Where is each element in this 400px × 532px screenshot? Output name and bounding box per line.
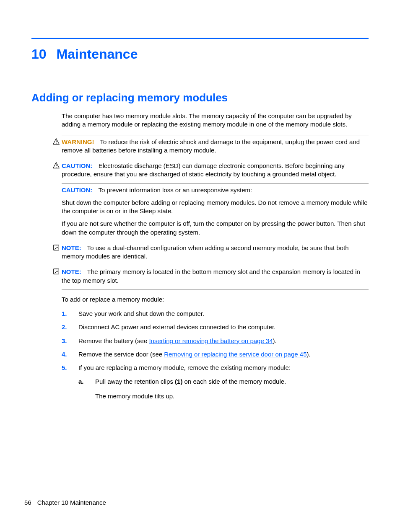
chapter-name: Maintenance	[57, 46, 138, 62]
caution-text-2: To prevent information loss or an unresp…	[98, 186, 252, 194]
body: The computer has two memory module slots…	[62, 112, 369, 401]
footer-text: Chapter 10 Maintenance	[37, 499, 106, 506]
warning-icon	[52, 138, 60, 145]
warning-text: To reduce the risk of electric shock and…	[62, 138, 360, 154]
note-icon	[52, 244, 60, 251]
note-label-2: NOTE:	[62, 268, 81, 275]
link-service-door[interactable]: Removing or replacing the service door o…	[164, 351, 306, 358]
step-3: Remove the battery (see Inserting or rem…	[62, 337, 369, 345]
warning-label: WARNING!	[62, 138, 94, 145]
substeps-list: a. Pull away the retention clips (1) on …	[78, 377, 369, 401]
svg-rect-4	[54, 245, 59, 250]
intro-paragraph: The computer has two memory module slots…	[62, 112, 369, 129]
caution-text-2b: Shut down the computer before adding or …	[62, 199, 369, 216]
page-footer: 56Chapter 10 Maintenance	[24, 499, 106, 506]
svg-point-3	[56, 167, 57, 168]
caution-text: Electrostatic discharge (ESD) can damage…	[62, 162, 345, 178]
note-callout-1: NOTE: To use a dual-channel configuratio…	[62, 241, 369, 266]
note-callout-2: NOTE: The primary memory is located in t…	[62, 265, 369, 289]
caution-label-2: CAUTION:	[62, 186, 92, 194]
page-number: 56	[24, 499, 31, 506]
svg-rect-5	[54, 269, 59, 274]
step-5: If you are replacing a memory module, re…	[62, 364, 369, 401]
note-text-2: The primary memory is located in the bot…	[62, 268, 360, 284]
note-icon	[52, 268, 60, 275]
steps-list: Save your work and shut down the compute…	[62, 310, 369, 401]
note-text-1: To use a dual-channel configuration when…	[62, 244, 348, 260]
chapter-title: 10Maintenance	[31, 46, 369, 62]
step-4: Remove the service door (see Removing or…	[62, 350, 369, 359]
section-title: Adding or replacing memory modules	[31, 91, 369, 104]
substep-a: a. Pull away the retention clips (1) on …	[78, 377, 369, 401]
chapter-rule	[31, 38, 369, 39]
chapter-number: 10	[31, 46, 47, 62]
substep-a-followup: The memory module tilts up.	[95, 392, 369, 401]
link-battery[interactable]: Inserting or removing the battery on pag…	[149, 337, 273, 344]
lead-paragraph: To add or replace a memory module:	[62, 295, 369, 304]
caution-icon	[52, 162, 60, 169]
caution-label: CAUTION:	[62, 162, 92, 169]
caution-callout-1: CAUTION: Electrostatic discharge (ESD) c…	[62, 159, 369, 183]
svg-point-1	[56, 143, 57, 144]
step-1: Save your work and shut down the compute…	[62, 310, 369, 318]
caution-callout-2: CAUTION: To prevent information loss or …	[62, 183, 369, 241]
step-2: Disconnect AC power and external devices…	[62, 323, 369, 331]
note-label-1: NOTE:	[62, 244, 81, 251]
caution-text-2c: If you are not sure whether the computer…	[62, 220, 369, 237]
warning-callout: WARNING! To reduce the risk of electric …	[62, 135, 369, 160]
